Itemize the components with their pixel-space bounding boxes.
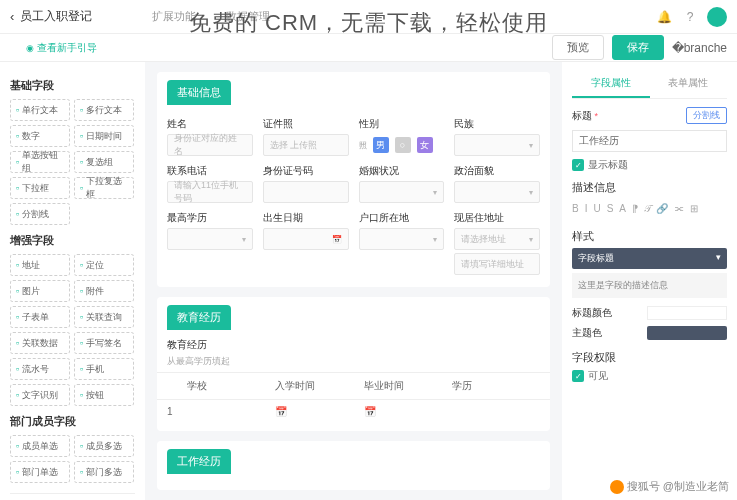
- field-chip[interactable]: ▫数字: [10, 125, 70, 147]
- field-palette: 基础字段 ▫单行文本▫多行文本▫数字▫日期时间▫单选按钮组▫复选组▫下拉框▫下拉…: [0, 62, 145, 500]
- field-chip[interactable]: ▫多行文本: [74, 99, 134, 121]
- form-canvas: 基础信息 姓名身份证对应的姓名 证件照选择 上传照 性别照男○女 民族▾ 联系电…: [145, 62, 562, 500]
- edu-table-row[interactable]: 1 📅📅: [157, 400, 550, 423]
- visible-check[interactable]: ✓可见: [572, 369, 727, 383]
- avatar[interactable]: [707, 7, 727, 27]
- rich-toolbar[interactable]: BIUSA⁋𝒯🔗⫘⊞: [572, 199, 727, 219]
- label-name: 姓名: [167, 117, 253, 131]
- label-edu: 最高学历: [167, 211, 253, 225]
- field-chip[interactable]: ▫手写签名: [74, 332, 134, 354]
- input-idno[interactable]: [263, 181, 349, 203]
- basic-fields-title: 基础字段: [10, 78, 135, 93]
- share-icon[interactable]: �branche: [672, 41, 727, 55]
- input-marriage[interactable]: ▾: [359, 181, 445, 203]
- toolbar-btn[interactable]: B: [572, 203, 579, 215]
- toolbar-btn[interactable]: I: [585, 203, 588, 215]
- topbar: ‹ 员工入职登记 扩展功能 数据管理 🔔 ?: [0, 0, 737, 34]
- bell-icon[interactable]: 🔔: [655, 8, 673, 26]
- input-addr2[interactable]: 请填写详细地址: [454, 253, 540, 275]
- field-chip[interactable]: ▫下拉框: [10, 177, 70, 199]
- field-chip[interactable]: ▫手机: [74, 358, 134, 380]
- style-preview-hint: 这里是字段的描述信息: [572, 273, 727, 298]
- field-chip[interactable]: ▫部门单选: [10, 461, 70, 483]
- input-birth[interactable]: 📅: [263, 228, 349, 250]
- field-chip[interactable]: ▫部门多选: [74, 461, 134, 483]
- field-chip[interactable]: ▫下拉复选框: [74, 177, 134, 199]
- input-phone[interactable]: 请输入11位手机号码: [167, 181, 253, 203]
- label-politics: 政治面貌: [454, 164, 540, 178]
- toolbar-btn[interactable]: 𝒯: [644, 203, 650, 215]
- toolbar-btn[interactable]: ⊞: [690, 203, 698, 215]
- toolbar-btn[interactable]: 🔗: [656, 203, 668, 215]
- field-chip[interactable]: ▫附件: [74, 280, 134, 302]
- input-nation[interactable]: ▾: [454, 134, 540, 156]
- gender-radio[interactable]: 照男○女: [359, 134, 445, 156]
- field-chip[interactable]: ▫地址: [10, 254, 70, 276]
- title-color-label: 标题颜色: [572, 306, 612, 320]
- toolbar-btn[interactable]: S: [607, 203, 614, 215]
- watermark: 搜狐号 @制造业老简: [610, 479, 729, 494]
- input-addr[interactable]: 请选择地址▾: [454, 228, 540, 250]
- input-idtype[interactable]: 选择 上传照: [263, 134, 349, 156]
- label-gender: 性别: [359, 117, 445, 131]
- toolbar-btn[interactable]: U: [593, 203, 600, 215]
- label-addr: 现居住地址: [454, 211, 540, 225]
- field-chip[interactable]: ▫成员多选: [74, 435, 134, 457]
- tab-data[interactable]: 数据管理: [226, 9, 270, 24]
- input-edu[interactable]: ▾: [167, 228, 253, 250]
- back-icon[interactable]: ‹: [10, 9, 14, 24]
- toolbar-btn[interactable]: ⫘: [674, 203, 684, 215]
- show-title-check[interactable]: ✓显示标题: [572, 158, 727, 172]
- label-huji: 户口所在地: [359, 211, 445, 225]
- field-chip[interactable]: ▫日期时间: [74, 125, 134, 147]
- tab-field-prop[interactable]: 字段属性: [572, 70, 650, 98]
- edu-table-header: 学校入学时间毕业时间学历: [157, 372, 550, 400]
- perm-label: 字段权限: [572, 350, 727, 365]
- help-icon[interactable]: ?: [681, 8, 699, 26]
- label-idtype: 证件照: [263, 117, 349, 131]
- input-name[interactable]: 身份证对应的姓名: [167, 134, 253, 156]
- member-fields-title: 部门成员字段: [10, 414, 135, 429]
- section-work-header: 工作经历: [167, 449, 231, 474]
- field-chip[interactable]: ▫定位: [74, 254, 134, 276]
- save-button[interactable]: 保存: [612, 35, 664, 60]
- field-chip[interactable]: ▫分割线: [10, 203, 70, 225]
- section-basic: 基础信息 姓名身份证对应的姓名 证件照选择 上传照 性别照男○女 民族▾ 联系电…: [157, 72, 550, 287]
- toolbar-btn[interactable]: ⁋: [632, 203, 638, 215]
- field-chip[interactable]: ▫文字识别: [10, 384, 70, 406]
- theme-color-label: 主题色: [572, 326, 602, 340]
- field-chip[interactable]: ▫子表单: [10, 306, 70, 328]
- field-chip[interactable]: ▫单行文本: [10, 99, 70, 121]
- field-chip[interactable]: ▫成员单选: [10, 435, 70, 457]
- subbar: 查看新手引导 预览 保存 �branche: [0, 34, 737, 62]
- field-chip[interactable]: ▫关联查询: [74, 306, 134, 328]
- page-title: 员工入职登记: [20, 8, 92, 25]
- preview-button[interactable]: 预览: [552, 35, 604, 60]
- tab-ext[interactable]: 扩展功能: [152, 9, 196, 24]
- section-basic-header: 基础信息: [167, 80, 231, 105]
- label-phone: 联系电话: [167, 164, 253, 178]
- section-edu: 教育经历 教育经历 从最高学历填起 学校入学时间毕业时间学历 1 📅📅: [157, 297, 550, 431]
- toolbar-btn[interactable]: A: [619, 203, 626, 215]
- recycle-bin[interactable]: ⬚ 字段回收站: [10, 493, 135, 500]
- input-politics[interactable]: ▾: [454, 181, 540, 203]
- field-chip[interactable]: ▫关联数据: [10, 332, 70, 354]
- edu-hint: 从最高学历填起: [157, 355, 550, 372]
- guide-link[interactable]: 查看新手引导: [26, 41, 97, 55]
- tab-form-prop[interactable]: 表单属性: [650, 70, 728, 98]
- field-chip[interactable]: ▫按钮: [74, 384, 134, 406]
- field-chip[interactable]: ▫单选按钮组: [10, 151, 70, 173]
- field-chip[interactable]: ▫复选组: [74, 151, 134, 173]
- property-panel: 字段属性 表单属性 标题分割线 工作经历 ✓显示标题 描述信息 BIUSA⁋𝒯🔗…: [562, 62, 737, 500]
- input-huji[interactable]: ▾: [359, 228, 445, 250]
- label-marriage: 婚姻状况: [359, 164, 445, 178]
- title-color-picker[interactable]: [647, 306, 727, 320]
- field-chip[interactable]: ▫流水号: [10, 358, 70, 380]
- field-chip[interactable]: ▫图片: [10, 280, 70, 302]
- prop-title-input[interactable]: 工作经历: [572, 130, 727, 152]
- label-idno: 身份证号码: [263, 164, 349, 178]
- style-label: 样式: [572, 229, 727, 244]
- edu-sub: 教育经历: [167, 338, 540, 352]
- theme-color-picker[interactable]: [647, 326, 727, 340]
- divider-button[interactable]: 分割线: [686, 107, 727, 124]
